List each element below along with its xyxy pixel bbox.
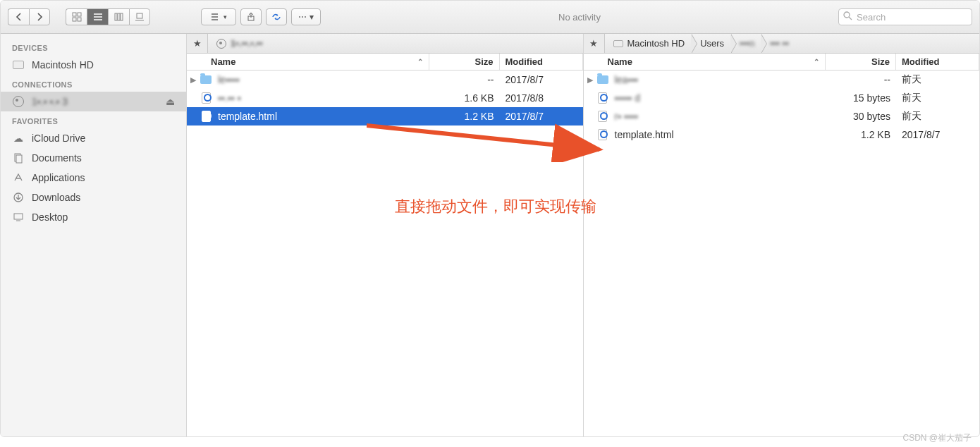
view-gallery-button[interactable] [129,8,150,25]
file-icon [596,92,609,104]
sidebar-item-connection[interactable]: 1▪.▪ ▪.▪ 3 ⏏ [1,92,186,111]
file-name: ▪▪▪▪▪ d [613,92,826,104]
sidebar-item-downloads[interactable]: Downloads [1,188,186,207]
sidebar-item-macintosh-hd[interactable]: Macintosh HD [1,55,186,75]
file-modified: 2017/8/7 [500,111,583,122]
sidebar: DEVICES Macintosh HD CONNECTIONS 1▪.▪ ▪.… [1,34,187,436]
file-name: r▪ ▪▪▪▪ [613,111,826,122]
svg-rect-2 [73,18,76,21]
file-icon [596,110,609,123]
file-name: le▪▪▪▪ [216,74,429,85]
hard-drive-icon [12,59,25,71]
col-size[interactable]: Size [429,54,500,70]
disclosure-triangle[interactable]: ▶ [187,75,200,85]
file-size: 1.2 KB [826,129,896,140]
sidebar-item-applications[interactable]: Applications [1,168,186,188]
path-crumb-users[interactable]: Users [692,34,731,53]
right-pathbar: ★ Macintosh HD Users ▪▪▪n ▪▪▪ ▪▪ [584,34,980,54]
svg-rect-8 [118,13,120,20]
globe-icon [216,39,226,49]
file-icon [596,128,609,141]
right-file-list[interactable]: ▶lea▪▪▪--前天▪▪▪▪▪ d15 bytes前天r▪ ▪▪▪▪30 by… [584,71,980,436]
eject-icon[interactable]: ⏏ [166,96,175,107]
view-list-button[interactable] [87,8,108,25]
documents-icon [12,152,25,164]
file-name: ▪▪.▪▪ ▪ [216,92,429,104]
svg-rect-21 [14,214,23,219]
file-icon [200,92,212,104]
nav-buttons [8,8,50,25]
sort-asc-icon: ⌃ [814,58,819,66]
file-size: 15 bytes [826,92,896,104]
back-button[interactable] [8,8,29,25]
svg-rect-3 [78,18,81,21]
activity-label: No activity [558,12,601,23]
folder-row[interactable]: ▶lea▪▪▪--前天 [584,71,980,89]
col-name[interactable]: Name⌃ [584,54,826,70]
path-crumb[interactable]: 1▪.▪▪.▪.▪▪ [208,34,270,53]
right-column-headers: Name⌃ Size Modified [584,54,980,71]
sidebar-item-desktop[interactable]: Desktop [1,207,186,227]
favorite-star-button[interactable]: ★ [584,34,605,53]
sidebar-section-devices: DEVICES [1,38,186,55]
file-row[interactable]: r▪ ▪▪▪▪30 bytes前天 [584,107,980,125]
sidebar-section-favorites: FAVORITES [1,111,186,128]
file-row[interactable]: ▪▪.▪▪ ▪1.6 KB2017/8/8 [187,89,583,107]
svg-line-17 [849,17,852,20]
file-row[interactable]: template.html1.2 KB2017/8/7 [584,125,980,144]
globe-icon [12,95,25,108]
sidebar-item-label: Desktop [32,212,68,223]
crumb-label: 1▪.▪▪.▪.▪▪ [231,38,263,49]
applications-icon [12,171,25,184]
share-button[interactable] [240,8,262,25]
file-row[interactable]: template.html1.2 KB2017/8/7 [187,107,583,125]
view-icon-button[interactable] [66,8,87,25]
col-modified[interactable]: Modified [896,54,979,70]
watermark: CSDN @崔大茄子 [902,432,972,444]
crumb-label: Users [700,38,724,49]
arrange-menu[interactable]: ▾ [201,8,236,25]
file-modified: 前天 [896,110,979,123]
crumb-label: ▪▪▪ ▪▪ [770,38,789,49]
disclosure-triangle[interactable]: ▶ [584,75,596,85]
hard-drive-icon [613,40,623,47]
svg-rect-1 [78,13,81,16]
crumb-label: Macintosh HD [627,38,685,49]
col-size[interactable]: Size [826,54,896,70]
desktop-icon [12,211,25,223]
sidebar-item-label: iCloud Drive [32,133,85,144]
sidebar-item-label: Applications [32,172,85,183]
file-name: template.html [613,129,826,140]
sidebar-item-documents[interactable]: Documents [1,148,186,168]
forward-button[interactable] [29,8,50,25]
file-name: template.html [216,111,429,122]
view-column-button[interactable] [108,8,129,25]
file-icon [200,110,212,123]
path-crumb-hd[interactable]: Macintosh HD [605,34,692,53]
svg-rect-9 [121,13,123,20]
col-modified[interactable]: Modified [500,54,583,70]
favorite-star-button[interactable]: ★ [187,34,208,53]
sidebar-item-label: Macintosh HD [32,59,94,71]
file-modified: 前天 [896,73,979,86]
left-file-list[interactable]: ▶le▪▪▪▪--2017/8/7▪▪.▪▪ ▪1.6 KB2017/8/8te… [187,71,583,436]
file-modified: 2017/8/7 [500,74,583,85]
svg-rect-0 [73,13,76,16]
file-row[interactable]: ▪▪▪▪▪ d15 bytes前天 [584,89,980,107]
left-pane: ★ 1▪.▪▪.▪.▪▪ Name⌃ Size Modified ▶le▪▪▪▪… [187,34,584,436]
search-field[interactable]: Search [838,8,972,25]
cloud-icon: ☁ [12,132,25,145]
toolbar: ▾ ⋯ ▾ No activity Search [1,1,979,34]
folder-row[interactable]: ▶le▪▪▪▪--2017/8/7 [187,71,583,89]
view-mode-buttons [66,8,150,25]
sidebar-item-icloud[interactable]: ☁ iCloud Drive [1,128,186,148]
col-name[interactable]: Name⌃ [187,54,429,70]
file-name: lea▪▪▪ [613,74,826,85]
left-column-headers: Name⌃ Size Modified [187,54,583,71]
sidebar-item-label: 1▪.▪ ▪.▪ 3 [32,96,68,107]
sync-button[interactable] [266,8,287,25]
sidebar-item-label: Documents [32,152,82,164]
folder-icon [596,73,609,86]
file-size: 1.6 KB [429,92,500,104]
action-menu[interactable]: ⋯ ▾ [291,8,321,25]
